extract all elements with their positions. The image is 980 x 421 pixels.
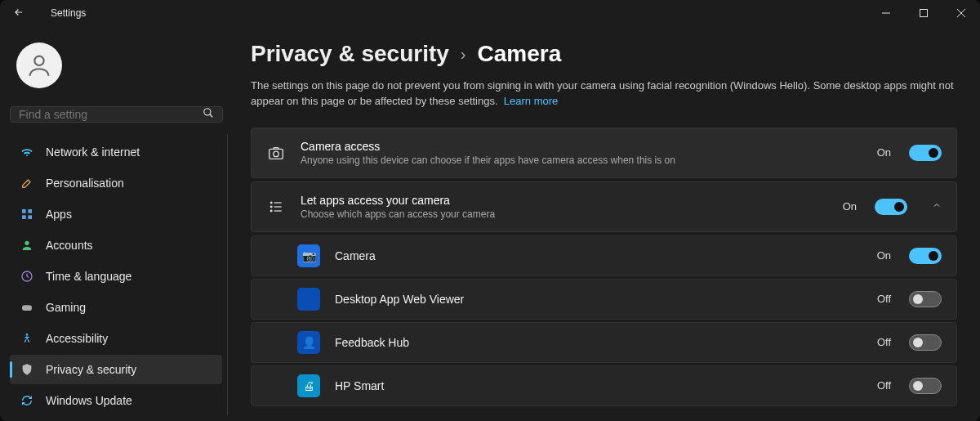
sidebar: Network & internetPersonalisationAppsAcc… — [0, 26, 233, 421]
app-name-label: Feedback Hub — [335, 336, 862, 349]
svg-rect-9 — [22, 215, 26, 219]
person-icon — [20, 238, 34, 253]
svg-point-5 — [204, 109, 211, 115]
svg-point-11 — [24, 241, 29, 245]
list-icon — [266, 199, 286, 215]
search-icon — [203, 107, 214, 122]
app-icon: 📷 — [297, 244, 320, 267]
wifi-icon — [20, 145, 34, 159]
svg-point-21 — [270, 210, 272, 212]
breadcrumb-current: Camera — [477, 41, 561, 67]
avatar[interactable] — [16, 43, 62, 88]
app-toggle[interactable] — [909, 334, 942, 351]
app-row-camera: 📷CameraOn — [251, 235, 957, 276]
app-row-feedback-hub: 👤Feedback HubOff — [251, 322, 957, 363]
sidebar-item-label: Gaming — [46, 301, 86, 314]
toggle-state-label: Off — [877, 379, 891, 392]
let-apps-toggle[interactable] — [875, 199, 907, 215]
app-toggle[interactable] — [909, 291, 942, 307]
card-title: Let apps access your camera — [301, 194, 828, 207]
sidebar-item-label: Accessibility — [46, 332, 108, 345]
titlebar: Settings — [0, 0, 980, 26]
minimize-button[interactable] — [867, 0, 905, 26]
learn-more-link[interactable]: Learn more — [504, 95, 558, 107]
sidebar-item-label: Personalisation — [46, 177, 124, 190]
svg-line-6 — [210, 114, 213, 118]
page-description: The settings on this page do not prevent… — [251, 78, 957, 110]
toggle-state-label: On — [877, 146, 891, 159]
update-icon — [20, 393, 34, 408]
chevron-right-icon: › — [461, 45, 466, 64]
back-button[interactable] — [7, 3, 31, 24]
svg-rect-15 — [270, 149, 283, 159]
app-toggle[interactable] — [909, 248, 942, 264]
sidebar-item-accounts[interactable]: Accounts — [10, 231, 222, 260]
window-title: Settings — [51, 7, 86, 19]
maximize-button[interactable] — [905, 0, 942, 26]
let-apps-card[interactable]: Let apps access your camera Choose which… — [251, 181, 957, 232]
camera-icon — [266, 144, 286, 162]
clock-icon — [20, 269, 34, 284]
breadcrumb-parent[interactable]: Privacy & security — [251, 41, 449, 67]
close-button[interactable] — [942, 0, 980, 26]
svg-point-17 — [270, 202, 272, 204]
brush-icon — [20, 176, 34, 190]
app-icon: 👤 — [297, 331, 320, 354]
sidebar-item-label: Time & language — [46, 270, 131, 283]
toggle-state-label: On — [877, 249, 891, 262]
svg-point-16 — [274, 151, 278, 156]
app-row-hp-smart: 🖨HP SmartOff — [251, 365, 957, 406]
sidebar-item-time-language[interactable]: Time & language — [10, 262, 222, 291]
app-icon — [297, 288, 320, 311]
app-toggle[interactable] — [909, 378, 942, 394]
sidebar-item-personalisation[interactable]: Personalisation — [10, 168, 222, 198]
sidebar-item-label: Windows Update — [46, 394, 132, 407]
main-content: Privacy & security › Camera The settings… — [233, 26, 980, 421]
app-name-label: Camera — [335, 249, 862, 262]
card-title: Camera access — [301, 140, 862, 153]
svg-point-14 — [26, 334, 29, 336]
card-subtitle: Choose which apps can access your camera — [301, 208, 828, 220]
sidebar-item-label: Apps — [46, 208, 72, 221]
svg-rect-8 — [28, 209, 32, 213]
app-name-label: HP Smart — [335, 379, 862, 392]
svg-rect-1 — [920, 10, 928, 17]
sidebar-item-label: Privacy & security — [46, 363, 136, 376]
svg-point-4 — [34, 56, 43, 65]
camera-access-toggle[interactable] — [909, 145, 942, 161]
shield-icon — [20, 362, 34, 377]
sidebar-item-apps[interactable]: Apps — [10, 199, 222, 229]
app-row-desktop-app-web-viewer: Desktop App Web ViewerOff — [251, 279, 957, 320]
game-icon — [20, 300, 34, 315]
toggle-state-label: Off — [877, 293, 891, 305]
sidebar-item-network-internet[interactable]: Network & internet — [10, 137, 222, 167]
toggle-state-label: Off — [877, 336, 891, 348]
app-name-label: Desktop App Web Viewer — [335, 293, 862, 306]
sidebar-item-privacy-security[interactable]: Privacy & security — [10, 355, 222, 384]
sidebar-item-label: Accounts — [46, 239, 93, 252]
breadcrumb: Privacy & security › Camera — [251, 41, 957, 67]
sidebar-item-gaming[interactable]: Gaming — [10, 293, 222, 322]
svg-rect-10 — [28, 215, 32, 219]
search-input[interactable] — [10, 106, 223, 123]
svg-rect-13 — [22, 305, 32, 311]
camera-access-card[interactable]: Camera access Anyone using this device c… — [251, 128, 957, 178]
sidebar-item-windows-update[interactable]: Windows Update — [10, 386, 222, 415]
svg-point-19 — [270, 206, 272, 208]
sidebar-item-label: Network & internet — [46, 146, 140, 159]
apps-icon — [20, 207, 34, 222]
app-icon: 🖨 — [297, 374, 320, 397]
card-subtitle: Anyone using this device can choose if t… — [301, 155, 862, 166]
svg-rect-7 — [22, 209, 26, 213]
toggle-state-label: On — [843, 200, 857, 213]
chevron-up-icon[interactable] — [932, 200, 942, 213]
sidebar-item-accessibility[interactable]: Accessibility — [10, 324, 222, 353]
access-icon — [20, 331, 34, 346]
